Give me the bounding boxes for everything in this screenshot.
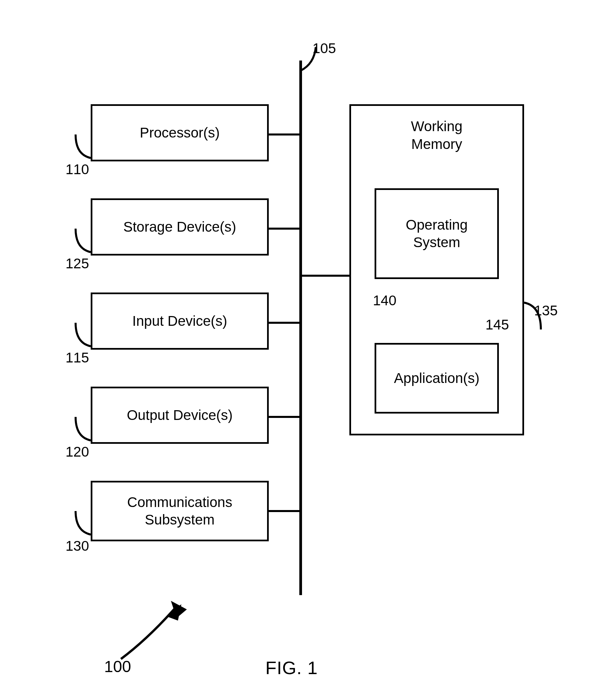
ref-hook-115 [76,323,91,346]
figure-caption: FIG. 1 [265,657,318,678]
ref-100: 100 [104,657,131,676]
box-processors: Processor(s) [91,104,269,161]
ref-arrow-100-shaft [121,608,175,659]
box-apps: Application(s) [374,343,499,414]
box-storage: Storage Device(s) [91,198,269,255]
ref-135: 135 [534,303,558,319]
ref-hook-125 [76,229,91,252]
ref-hook-120 [76,417,91,441]
ref-115: 115 [66,350,89,366]
ref-hook-130 [76,511,91,534]
box-apps-label: Application(s) [394,370,479,387]
ref-125: 125 [66,255,89,272]
ref-120: 120 [66,444,89,460]
box-input-label: Input Device(s) [132,312,227,330]
box-comm: Communications Subsystem [91,481,269,541]
ref-110: 110 [66,161,89,177]
diagram-stage: Processor(s) Storage Device(s) Input Dev… [0,0,601,700]
box-comm-label: Communications Subsystem [127,494,233,529]
box-os: Operating System [374,188,499,279]
box-working-memory-label: Working Memory [411,118,462,153]
box-output: Output Device(s) [91,386,269,444]
box-storage-label: Storage Device(s) [123,218,236,236]
ref-130: 130 [66,538,89,554]
ref-140: 140 [373,293,396,309]
ref-145: 145 [486,317,509,333]
box-output-label: Output Device(s) [127,406,233,424]
box-processors-label: Processor(s) [140,124,220,142]
box-os-label: Operating System [406,216,468,251]
box-input: Input Device(s) [91,293,269,350]
ref-105: 105 [312,40,336,56]
ref-hook-110 [76,134,91,158]
